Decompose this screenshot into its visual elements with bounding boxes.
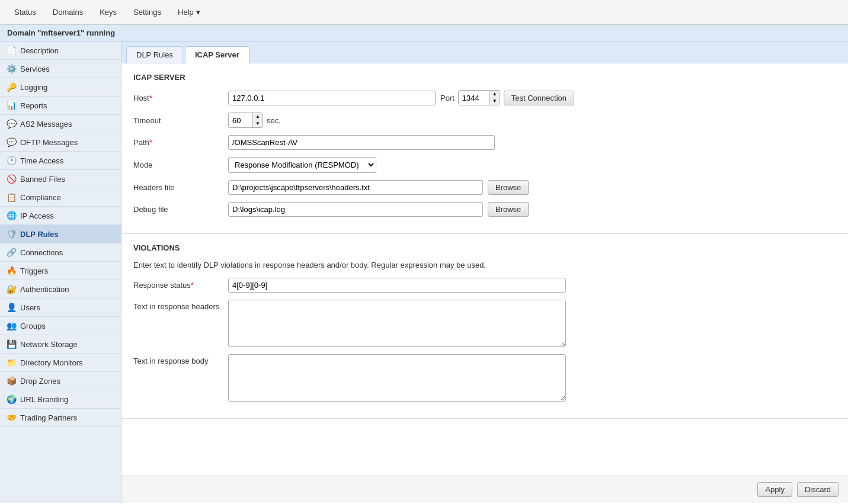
sidebar: 📄 Description ⚙️ Services 🔑 Logging 📊 Re… <box>0 41 121 503</box>
icap-server-section: ICAP SERVER Host* Port ▲ ▼ <box>121 63 848 234</box>
timeaccess-icon: 🕐 <box>6 156 17 165</box>
violations-title: VIOLATIONS <box>133 243 836 252</box>
text-response-body-row: Text in response body <box>133 354 836 402</box>
icap-server-title: ICAP SERVER <box>133 73 836 82</box>
help-arrow-icon: ▾ <box>196 8 200 17</box>
response-status-input[interactable] <box>228 278 566 293</box>
sidebar-item-directorymonitors[interactable]: 📁 Directory Monitors <box>0 354 121 372</box>
response-status-label: Response status* <box>133 281 228 290</box>
debug-file-row: Debug file Browse <box>133 202 836 217</box>
text-response-headers-textarea[interactable] <box>228 300 566 347</box>
sidebar-item-networkstorage[interactable]: 💾 Network Storage <box>0 335 121 354</box>
sidebar-item-as2messages[interactable]: 💬 AS2 Messages <box>0 115 121 133</box>
logging-icon: 🔑 <box>6 82 17 92</box>
top-navigation: Status Domains Keys Settings Help ▾ <box>0 0 848 25</box>
path-input[interactable] <box>228 135 495 150</box>
sidebar-item-authentication[interactable]: 🔐 Authentication <box>0 280 121 298</box>
sidebar-item-users[interactable]: 👤 Users <box>0 298 121 317</box>
text-response-body-textarea[interactable] <box>228 354 566 402</box>
port-input[interactable] <box>459 91 489 105</box>
nav-status[interactable]: Status <box>7 5 43 20</box>
text-response-headers-row: Text in response headers <box>133 300 836 347</box>
sidebar-item-bannedfiles[interactable]: 🚫 Banned Files <box>0 170 121 188</box>
sidebar-item-groups[interactable]: 👥 Groups <box>0 317 121 335</box>
description-icon: 📄 <box>6 46 17 55</box>
tab-bar: DLP Rules ICAP Server <box>121 41 848 63</box>
apply-button[interactable]: Apply <box>757 482 792 497</box>
timeout-spin-up[interactable]: ▲ <box>253 113 263 120</box>
sidebar-item-connections[interactable]: 🔗 Connections <box>0 243 121 262</box>
mode-select[interactable]: Response Modification (RESPMOD) Request … <box>228 157 376 173</box>
nav-keys[interactable]: Keys <box>92 5 124 20</box>
headers-file-row: Headers file Browse <box>133 180 836 195</box>
tab-dlprules[interactable]: DLP Rules <box>126 46 183 63</box>
nav-settings[interactable]: Settings <box>126 5 168 20</box>
text-response-body-label: Text in response body <box>133 354 228 365</box>
sidebar-item-dlprules[interactable]: 🛡️ DLP Rules <box>0 225 121 243</box>
headers-file-input[interactable] <box>228 180 483 195</box>
sidebar-item-triggers[interactable]: 🔥 Triggers <box>0 262 121 280</box>
host-input[interactable] <box>228 91 436 105</box>
discard-button[interactable]: Discard <box>797 482 839 497</box>
response-status-row: Response status* <box>133 278 836 293</box>
sidebar-item-description[interactable]: 📄 Description <box>0 41 121 60</box>
triggers-icon: 🔥 <box>6 266 17 275</box>
port-label: Port <box>440 94 455 102</box>
path-row: Path* <box>133 135 836 150</box>
host-row: Host* Port ▲ ▼ Test Connection <box>133 90 836 105</box>
form-content: ICAP SERVER Host* Port ▲ ▼ <box>121 63 848 476</box>
sidebar-item-reports[interactable]: 📊 Reports <box>0 97 121 115</box>
timeout-label: Timeout <box>133 116 228 125</box>
host-label: Host* <box>133 94 228 102</box>
sidebar-item-services[interactable]: ⚙️ Services <box>0 60 121 78</box>
sidebar-item-oftpmessages[interactable]: 💬 OFTP Messages <box>0 133 121 152</box>
connections-icon: 🔗 <box>6 248 17 257</box>
timeout-row: Timeout ▲ ▼ sec. <box>133 113 836 128</box>
networkstorage-icon: 💾 <box>6 339 17 349</box>
debug-file-input[interactable] <box>228 202 483 217</box>
services-icon: ⚙️ <box>6 64 17 73</box>
sidebar-item-tradingpartners[interactable]: 🤝 Trading Partners <box>0 409 121 427</box>
sidebar-item-urlbranding[interactable]: 🌍 URL Branding <box>0 390 121 409</box>
sidebar-item-logging[interactable]: 🔑 Logging <box>0 78 121 97</box>
path-label: Path* <box>133 138 228 147</box>
users-icon: 👤 <box>6 303 17 312</box>
tab-icapserver[interactable]: ICAP Server <box>185 46 249 63</box>
authentication-icon: 🔐 <box>6 284 17 294</box>
bannedfiles-icon: 🚫 <box>6 174 17 184</box>
sidebar-item-dropzones[interactable]: 📦 Drop Zones <box>0 372 121 390</box>
test-connection-button[interactable]: Test Connection <box>504 91 574 105</box>
nav-domains[interactable]: Domains <box>46 5 90 20</box>
reports-icon: 📊 <box>6 101 17 110</box>
footer-bar: Apply Discard <box>121 476 848 503</box>
as2-icon: 💬 <box>6 119 17 129</box>
debug-file-label: Debug file <box>133 205 228 214</box>
violations-description: Enter text to identify DLP violations in… <box>133 261 836 269</box>
timeout-unit: sec. <box>267 116 281 125</box>
oftp-icon: 💬 <box>6 137 17 147</box>
domain-status-bar: Domain "mftserver1" running <box>0 25 848 41</box>
groups-icon: 👥 <box>6 321 17 330</box>
nav-help[interactable]: Help ▾ <box>171 5 207 20</box>
urlbranding-icon: 🌍 <box>6 394 17 404</box>
sidebar-item-timeaccess[interactable]: 🕐 Time Access <box>0 152 121 170</box>
text-response-headers-label: Text in response headers <box>133 300 228 311</box>
port-input-wrap: ▲ ▼ <box>458 90 500 105</box>
port-spin-down[interactable]: ▼ <box>490 98 500 105</box>
directorymonitors-icon: 📁 <box>6 358 17 367</box>
headers-file-label: Headers file <box>133 183 228 192</box>
dropzones-icon: 📦 <box>6 376 17 386</box>
compliance-icon: 📋 <box>6 192 17 202</box>
mode-label: Mode <box>133 160 228 169</box>
mode-row: Mode Response Modification (RESPMOD) Req… <box>133 157 836 173</box>
sidebar-item-ipaccess[interactable]: 🌐 IP Access <box>0 207 121 225</box>
tradingpartners-icon: 🤝 <box>6 413 17 422</box>
main-layout: 📄 Description ⚙️ Services 🔑 Logging 📊 Re… <box>0 41 848 503</box>
ipaccess-icon: 🌐 <box>6 211 17 220</box>
debug-browse-button[interactable]: Browse <box>488 202 529 217</box>
timeout-spin-down[interactable]: ▼ <box>253 120 263 127</box>
sidebar-item-compliance[interactable]: 📋 Compliance <box>0 188 121 207</box>
timeout-input[interactable] <box>229 114 252 127</box>
port-spin-up[interactable]: ▲ <box>490 91 500 98</box>
headers-browse-button[interactable]: Browse <box>488 180 529 195</box>
